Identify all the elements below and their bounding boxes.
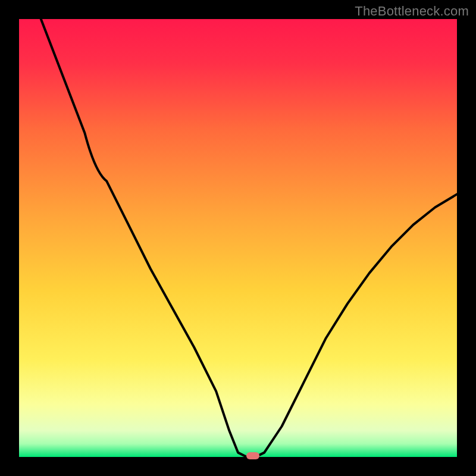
optimal-marker	[246, 452, 259, 459]
plot-background	[19, 19, 457, 457]
chart-container: TheBottleneck.com	[0, 0, 476, 476]
bottleneck-chart	[0, 0, 476, 476]
attribution-text: TheBottleneck.com	[355, 4, 469, 19]
